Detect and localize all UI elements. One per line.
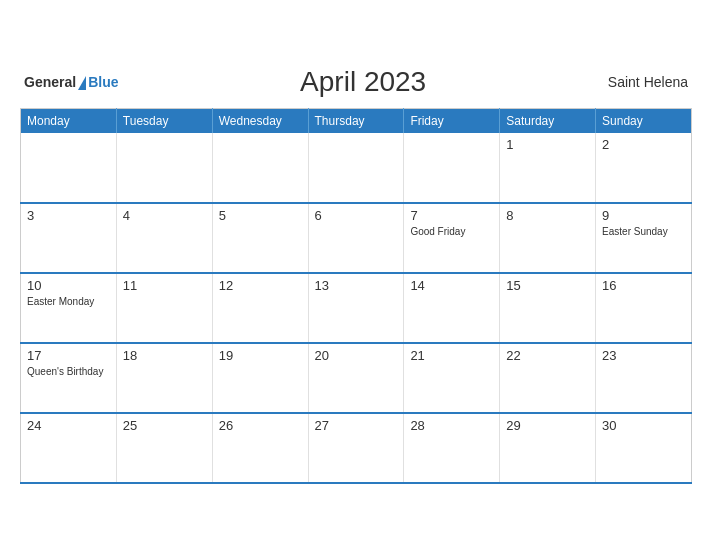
calendar-day-cell: 22 (500, 343, 596, 413)
calendar-header: General Blue April 2023 Saint Helena (20, 66, 692, 98)
weekday-header-row: MondayTuesdayWednesdayThursdayFridaySatu… (21, 109, 692, 134)
day-number: 9 (602, 208, 685, 223)
day-number: 3 (27, 208, 110, 223)
day-number: 20 (315, 348, 398, 363)
calendar-day-cell: 28 (404, 413, 500, 483)
calendar-day-cell: 11 (116, 273, 212, 343)
calendar-day-cell: 17Queen's Birthday (21, 343, 117, 413)
calendar-day-cell: 3 (21, 203, 117, 273)
holiday-label: Easter Sunday (602, 225, 685, 238)
calendar-day-cell: 4 (116, 203, 212, 273)
day-number: 18 (123, 348, 206, 363)
day-number: 26 (219, 418, 302, 433)
day-number: 14 (410, 278, 493, 293)
logo-blue-text: Blue (88, 74, 118, 90)
holiday-label: Easter Monday (27, 295, 110, 308)
day-number: 5 (219, 208, 302, 223)
logo-general-text: General (24, 74, 76, 90)
weekday-header-wednesday: Wednesday (212, 109, 308, 134)
day-number: 17 (27, 348, 110, 363)
calendar-day-cell (116, 133, 212, 203)
day-number: 27 (315, 418, 398, 433)
calendar-day-cell: 2 (596, 133, 692, 203)
logo-triangle-icon (78, 76, 86, 90)
calendar-week-row: 10Easter Monday111213141516 (21, 273, 692, 343)
calendar-day-cell: 24 (21, 413, 117, 483)
day-number: 2 (602, 137, 685, 152)
day-number: 6 (315, 208, 398, 223)
calendar-day-cell: 13 (308, 273, 404, 343)
weekday-header-tuesday: Tuesday (116, 109, 212, 134)
calendar-day-cell: 6 (308, 203, 404, 273)
calendar-day-cell: 7Good Friday (404, 203, 500, 273)
calendar-container: General Blue April 2023 Saint Helena Mon… (10, 56, 702, 494)
weekday-header-friday: Friday (404, 109, 500, 134)
day-number: 4 (123, 208, 206, 223)
month-title: April 2023 (118, 66, 607, 98)
day-number: 25 (123, 418, 206, 433)
day-number: 29 (506, 418, 589, 433)
calendar-day-cell: 18 (116, 343, 212, 413)
day-number: 1 (506, 137, 589, 152)
calendar-day-cell: 14 (404, 273, 500, 343)
calendar-day-cell (404, 133, 500, 203)
calendar-day-cell (308, 133, 404, 203)
calendar-day-cell: 30 (596, 413, 692, 483)
calendar-day-cell: 23 (596, 343, 692, 413)
logo: General Blue (24, 74, 118, 90)
day-number: 13 (315, 278, 398, 293)
weekday-header-sunday: Sunday (596, 109, 692, 134)
calendar-day-cell (21, 133, 117, 203)
calendar-day-cell: 29 (500, 413, 596, 483)
day-number: 23 (602, 348, 685, 363)
day-number: 22 (506, 348, 589, 363)
day-number: 7 (410, 208, 493, 223)
holiday-label: Good Friday (410, 225, 493, 238)
region-label: Saint Helena (608, 74, 688, 90)
calendar-day-cell: 27 (308, 413, 404, 483)
calendar-day-cell: 1 (500, 133, 596, 203)
calendar-week-row: 12 (21, 133, 692, 203)
day-number: 16 (602, 278, 685, 293)
day-number: 19 (219, 348, 302, 363)
day-number: 8 (506, 208, 589, 223)
calendar-day-cell: 16 (596, 273, 692, 343)
day-number: 12 (219, 278, 302, 293)
calendar-day-cell: 8 (500, 203, 596, 273)
weekday-header-monday: Monday (21, 109, 117, 134)
calendar-day-cell: 12 (212, 273, 308, 343)
calendar-week-row: 24252627282930 (21, 413, 692, 483)
weekday-header-saturday: Saturday (500, 109, 596, 134)
calendar-table: MondayTuesdayWednesdayThursdayFridaySatu… (20, 108, 692, 484)
day-number: 28 (410, 418, 493, 433)
calendar-day-cell: 10Easter Monday (21, 273, 117, 343)
calendar-day-cell: 26 (212, 413, 308, 483)
calendar-day-cell: 20 (308, 343, 404, 413)
day-number: 11 (123, 278, 206, 293)
day-number: 24 (27, 418, 110, 433)
calendar-day-cell: 9Easter Sunday (596, 203, 692, 273)
calendar-day-cell: 5 (212, 203, 308, 273)
calendar-day-cell: 19 (212, 343, 308, 413)
calendar-day-cell (212, 133, 308, 203)
calendar-day-cell: 15 (500, 273, 596, 343)
calendar-week-row: 34567Good Friday89Easter Sunday (21, 203, 692, 273)
holiday-label: Queen's Birthday (27, 365, 110, 378)
calendar-day-cell: 21 (404, 343, 500, 413)
weekday-header-thursday: Thursday (308, 109, 404, 134)
calendar-week-row: 17Queen's Birthday181920212223 (21, 343, 692, 413)
day-number: 10 (27, 278, 110, 293)
day-number: 21 (410, 348, 493, 363)
calendar-day-cell: 25 (116, 413, 212, 483)
day-number: 15 (506, 278, 589, 293)
day-number: 30 (602, 418, 685, 433)
